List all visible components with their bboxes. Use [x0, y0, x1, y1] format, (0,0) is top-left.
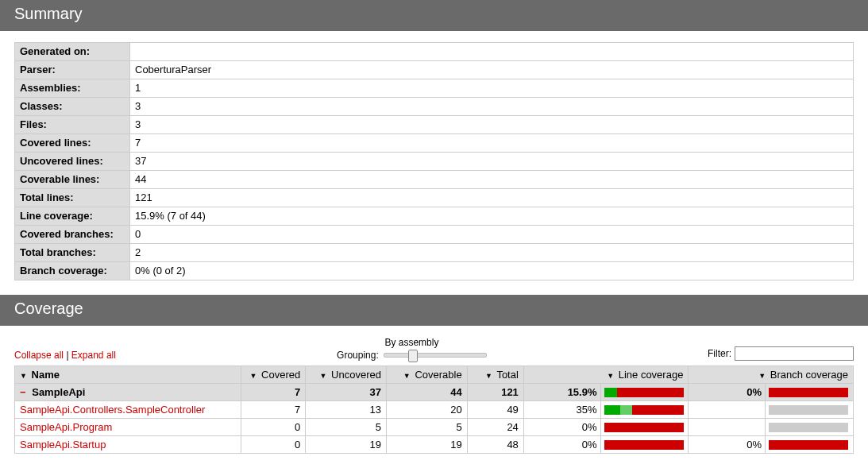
summary-header: Summary — [0, 0, 868, 31]
summary-row-value: CoberturaParser — [130, 61, 854, 79]
collapse-all-link[interactable]: Collapse all — [14, 350, 64, 361]
class-link[interactable]: SampleApi.Startup — [20, 439, 106, 451]
slider-thumb[interactable] — [408, 350, 418, 362]
coverage-bar — [604, 405, 684, 415]
collapse-icon[interactable]: − — [20, 386, 26, 398]
summary-row-value: 0 — [130, 226, 854, 244]
sort-icon: ▼ — [250, 372, 257, 380]
summary-table: Generated on:Parser:CoberturaParserAssem… — [14, 42, 854, 280]
coverage-bar — [769, 440, 848, 450]
summary-row-value — [130, 43, 854, 61]
cell-covered: 0 — [241, 436, 305, 454]
coverage-table: ▼ Name ▼ Covered ▼ Uncovered ▼ Coverable… — [14, 366, 854, 454]
cell-covered: 0 — [241, 419, 305, 436]
cell-branch-pct — [689, 419, 766, 436]
assembly-row-name[interactable]: − SampleApi — [15, 384, 241, 401]
grouping-label: Grouping: — [337, 350, 379, 361]
cell-total: 121 — [467, 384, 523, 401]
cell-uncovered: 37 — [306, 384, 387, 401]
class-row-name: SampleApi.Controllers.SampleController — [15, 401, 241, 419]
cell-coverable: 20 — [386, 401, 467, 419]
summary-row-value: 3 — [130, 116, 854, 134]
cell-total: 49 — [467, 401, 523, 419]
summary-row-label: Generated on: — [15, 43, 130, 61]
filter-input[interactable] — [735, 346, 854, 361]
cell-line-pct: 0% — [523, 419, 600, 436]
col-name[interactable]: ▼ Name — [15, 366, 241, 384]
summary-row-value: 2 — [130, 244, 854, 262]
summary-row-label: Total branches: — [15, 244, 130, 262]
class-link[interactable]: SampleApi.Program — [20, 421, 112, 433]
summary-row-value: 37 — [130, 153, 854, 171]
summary-row-label: Assemblies: — [15, 79, 130, 98]
expand-all-link[interactable]: Expand all — [71, 350, 116, 361]
class-row-name: SampleApi.Startup — [15, 436, 241, 454]
coverage-bar — [604, 423, 684, 432]
summary-row-label: Covered branches: — [15, 226, 130, 244]
col-uncovered[interactable]: ▼ Uncovered — [306, 366, 387, 384]
summary-row-label: Parser: — [15, 61, 130, 79]
summary-row-label: Uncovered lines: — [15, 153, 130, 171]
sort-icon: ▼ — [20, 372, 27, 380]
coverage-bar — [769, 423, 848, 432]
cell-uncovered: 13 — [306, 401, 387, 419]
cell-covered: 7 — [241, 384, 305, 401]
summary-row-value: 0% (0 of 2) — [130, 262, 854, 280]
cell-branch-pct — [689, 401, 766, 419]
summary-row-value: 15.9% (7 of 44) — [130, 207, 854, 226]
col-line-coverage[interactable]: ▼ Line coverage — [523, 366, 689, 384]
col-total[interactable]: ▼ Total — [467, 366, 523, 384]
sort-icon: ▼ — [403, 372, 411, 380]
summary-row-value: 1 — [130, 79, 854, 98]
summary-row-label: Covered lines: — [15, 134, 130, 153]
cell-branch-pct: 0% — [689, 436, 766, 454]
collapse-expand-links: Collapse all | Expand all — [14, 350, 116, 361]
sort-icon: ▼ — [485, 372, 492, 380]
summary-row-label: Branch coverage: — [15, 262, 130, 280]
summary-row-value: 3 — [130, 98, 854, 116]
summary-row-label: Line coverage: — [15, 207, 130, 226]
summary-row-value: 44 — [130, 171, 854, 189]
cell-uncovered: 5 — [306, 419, 387, 436]
class-link[interactable]: SampleApi.Controllers.SampleController — [20, 404, 205, 416]
filter-label: Filter: — [708, 348, 731, 359]
cell-coverable: 44 — [386, 384, 467, 401]
col-covered[interactable]: ▼ Covered — [241, 366, 305, 384]
coverage-bar — [604, 388, 684, 397]
cell-coverable: 19 — [386, 436, 467, 454]
cell-line-pct: 35% — [523, 401, 600, 419]
summary-row-label: Coverable lines: — [15, 171, 130, 189]
coverage-bar — [769, 388, 848, 397]
summary-row-value: 7 — [130, 134, 854, 153]
sort-icon: ▼ — [607, 372, 614, 380]
summary-row-label: Files: — [15, 116, 130, 134]
cell-total: 48 — [467, 436, 523, 454]
cell-total: 24 — [467, 419, 523, 436]
cell-coverable: 5 — [386, 419, 467, 436]
cell-branch-pct: 0% — [689, 384, 766, 401]
cell-line-pct: 15.9% — [523, 384, 600, 401]
summary-row-label: Total lines: — [15, 189, 130, 207]
grouping-mode-label: By assembly — [337, 337, 487, 348]
sort-icon: ▼ — [320, 372, 327, 380]
sort-icon: ▼ — [758, 372, 766, 380]
summary-row-value: 121 — [130, 189, 854, 207]
summary-row-label: Classes: — [15, 98, 130, 116]
col-coverable[interactable]: ▼ Coverable — [386, 366, 467, 384]
class-row-name: SampleApi.Program — [15, 419, 241, 436]
cell-covered: 7 — [241, 401, 305, 419]
coverage-bar — [604, 440, 684, 450]
cell-uncovered: 19 — [306, 436, 387, 454]
coverage-bar — [769, 405, 848, 415]
coverage-header: Coverage — [0, 295, 868, 326]
cell-line-pct: 0% — [523, 436, 600, 454]
col-branch-coverage[interactable]: ▼ Branch coverage — [689, 366, 854, 384]
grouping-slider[interactable] — [384, 353, 487, 358]
